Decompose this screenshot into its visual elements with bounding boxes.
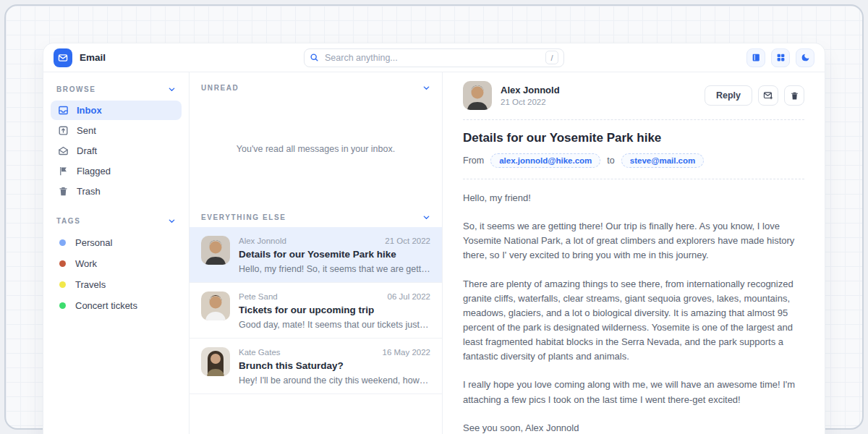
chevron-down-icon [422,84,430,92]
tag-dot-blue [59,239,66,246]
body-paragraph: I really hope you love coming along with… [463,378,804,407]
sidebar-item-sent[interactable]: Sent [51,121,182,140]
sidebar-item-label: Trash [77,186,101,197]
forward-mail-button[interactable] [758,85,778,106]
email-sender: Alex Jonnold [239,237,286,245]
tag-label: Travels [75,279,106,290]
browse-label: BROWSE [56,85,96,93]
trash-icon [790,91,799,101]
book-button[interactable] [746,48,765,67]
grid-icon [776,53,786,62]
avatar [201,347,230,376]
unread-label: UNREAD [201,84,239,92]
body-paragraph: Hello, my friend! [463,191,804,205]
app-title: Email [80,52,106,63]
brand: Email [54,48,106,67]
email-date: 06 Jul 2022 [388,292,430,301]
search-bar[interactable]: / [304,48,564,67]
search-icon [310,53,319,62]
app-header: Email / [43,43,825,72]
email-sender: Kate Gates [239,348,281,357]
chevron-down-icon [168,217,176,225]
detail-subject: Details for our Yosemite Park hike [463,131,804,145]
tags-section-header[interactable]: TAGS [51,214,182,232]
sidebar-item-label: Sent [77,125,96,136]
dark-mode-button[interactable] [796,48,814,67]
email-date: 21 Oct 2022 [385,237,430,245]
sidebar-item-label: Flagged [77,166,111,176]
draft-icon [58,145,69,156]
detail-sender-name: Alex Jonnold [501,85,560,95]
email-subject: Tickets for our upcoming trip [239,305,430,315]
inbox-icon [58,105,69,116]
detail-date: 21 Oct 2022 [501,98,560,106]
everything-else-section-header[interactable]: EVERYTHING ELSE [190,200,442,227]
sidebar-item-trash[interactable]: Trash [51,182,182,201]
email-list-item[interactable]: Kate Gates 16 May 2022 Brunch this Satur… [190,339,442,394]
sidebar-item-flagged[interactable]: Flagged [51,161,182,181]
search-input[interactable] [325,53,540,63]
tag-dot-yellow [59,281,66,288]
body-paragraph: So, it seems we are getting there! Our t… [463,219,804,263]
book-icon [752,53,761,62]
to-email-chip[interactable]: steve@mail.com [621,153,704,168]
tag-dot-red [59,260,66,267]
tags-label: TAGS [56,217,80,225]
tag-item-work[interactable]: Work [51,253,182,274]
email-detail-panel: Alex Jonnold 21 Oct 2022 Reply Details f… [443,72,825,434]
unread-empty-message: You've read all messages in your inbox. [190,98,442,200]
email-date: 16 May 2022 [383,348,431,357]
sent-icon [58,125,69,136]
sidebar-item-draft[interactable]: Draft [51,141,182,161]
email-list-item[interactable]: Pete Sand 06 Jul 2022 Tickets for our up… [190,283,442,339]
tag-label: Concert tickets [75,300,137,311]
divider [463,119,804,120]
email-app-window: Email / BROWSE [43,43,825,434]
email-body: Hello, my friend! So, it seems we are ge… [463,179,804,434]
chevron-down-icon [168,85,176,93]
everything-else-label: EVERYTHING ELSE [201,213,286,221]
email-logo-icon [54,48,72,67]
email-sender: Pete Sand [239,292,278,301]
tag-item-travels[interactable]: Travels [51,274,182,295]
email-subject: Details for our Yosemite Park hike [239,249,430,260]
email-list-item[interactable]: Alex Jonnold 21 Oct 2022 Details for our… [190,227,442,283]
unread-section-header[interactable]: UNREAD [190,72,442,98]
sidebar: BROWSE Inbox Sent Draft Flagged Tra [43,72,190,434]
email-preview: Good day, mate! It seems that our ticket… [239,320,430,330]
trash-icon [58,186,69,197]
avatar [463,81,492,110]
email-preview: Hello, my friend! So, it seems that we a… [239,264,430,274]
tag-item-personal[interactable]: Personal [51,232,182,253]
signature: See you soon, Alex Jonnold [463,421,804,434]
search-shortcut-key: / [545,51,558,64]
chevron-down-icon [422,213,430,221]
to-label: to [607,156,614,166]
tag-dot-green [59,302,66,309]
tag-label: Personal [75,237,112,248]
tag-label: Work [75,258,97,269]
sidebar-item-label: Draft [77,145,97,156]
from-email-chip[interactable]: alex.jonnold@hike.com [490,153,600,168]
browse-section-header[interactable]: BROWSE [51,82,182,101]
delete-mail-button[interactable] [784,85,804,106]
email-subject: Brunch this Saturday? [239,360,430,371]
sidebar-item-label: Inbox [77,105,102,116]
apps-grid-button[interactable] [771,48,790,67]
flag-icon [58,166,69,176]
mail-plus-icon [763,90,773,101]
avatar [201,236,230,265]
sidebar-item-inbox[interactable]: Inbox [51,101,182,120]
avatar [201,292,230,320]
body-paragraph: There are plenty of amazing things to se… [463,277,804,365]
tag-item-concert-tickets[interactable]: Concert tickets [51,295,182,316]
mail-list-panel: UNREAD You've read all messages in your … [190,72,443,434]
reply-button[interactable]: Reply [705,85,752,106]
email-preview: Hey! I'll be around the city this weeken… [239,375,430,386]
from-label: From [463,156,484,166]
moon-icon [801,53,810,62]
